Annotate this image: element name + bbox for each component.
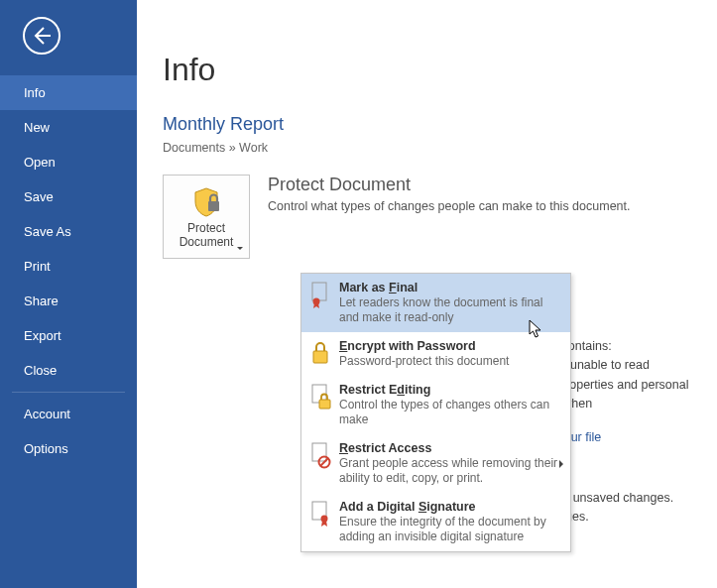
protect-description: Control what types of changes people can… xyxy=(268,199,717,213)
sidebar-item-label: Account xyxy=(24,407,70,421)
svg-rect-2 xyxy=(208,201,219,211)
page-ribbon-icon xyxy=(307,500,333,528)
sidebar-item-save[interactable]: Save xyxy=(0,179,137,214)
protect-button-label: Protect Document xyxy=(179,222,234,250)
sidebar-divider xyxy=(12,392,125,393)
shield-lock-icon xyxy=(190,186,222,218)
page-no-icon xyxy=(307,441,333,469)
sidebar-item-share[interactable]: Share xyxy=(0,284,137,318)
chevron-down-icon xyxy=(237,247,243,250)
sidebar-item-account[interactable]: Account xyxy=(0,397,137,431)
sidebar-item-label: New xyxy=(24,120,50,135)
sidebar-item-info[interactable]: Info xyxy=(0,75,137,110)
svg-rect-5 xyxy=(313,351,327,363)
sidebar-item-label: Save xyxy=(24,189,54,204)
sidebar-item-label: Info xyxy=(24,85,46,100)
menu-item-title: Add a Digital Signature xyxy=(339,500,562,514)
protect-heading: Protect Document xyxy=(268,175,717,195)
menu-item-restrict-editing[interactable]: Restrict EditingControl the types of cha… xyxy=(301,376,570,434)
sidebar-item-print[interactable]: Print xyxy=(0,249,137,284)
sidebar-item-options[interactable]: Options xyxy=(0,431,137,466)
menu-item-encrypt-with-password[interactable]: Encrypt with PasswordPassword-protect th… xyxy=(301,332,570,376)
menu-item-description: Ensure the integrity of the document by … xyxy=(339,515,562,544)
breadcrumb: Documents » Work xyxy=(163,141,717,155)
main-content: Info Monthly Report Documents » Work Pro… xyxy=(137,0,717,588)
sidebar-item-label: Print xyxy=(24,259,51,274)
sidebar-item-label: Share xyxy=(24,294,59,308)
sidebar: InfoNewOpenSaveSave AsPrintShareExportCl… xyxy=(0,0,137,588)
document-title: Monthly Report xyxy=(163,114,717,135)
sidebar-item-open[interactable]: Open xyxy=(0,145,137,179)
sidebar-item-export[interactable]: Export xyxy=(0,318,137,353)
menu-item-restrict-access[interactable]: Restrict AccessGrant people access while… xyxy=(301,434,570,493)
back-button[interactable] xyxy=(22,16,61,56)
page-lock-icon xyxy=(307,383,333,411)
menu-item-description: Control the types of changes others can … xyxy=(339,398,562,427)
sidebar-item-label: Open xyxy=(24,155,56,170)
sidebar-item-label: Export xyxy=(24,328,61,343)
protect-document-menu: Mark as FinalLet readers know the docume… xyxy=(300,273,571,552)
menu-item-add-a-digital-signature[interactable]: Add a Digital SignatureEnsure the integr… xyxy=(301,493,570,551)
sidebar-item-new[interactable]: New xyxy=(0,110,137,145)
menu-item-title: Mark as Final xyxy=(339,281,562,294)
sidebar-item-label: Close xyxy=(24,363,57,378)
protect-document-button[interactable]: Protect Document xyxy=(163,175,250,259)
page-title: Info xyxy=(163,52,717,88)
sidebar-item-close[interactable]: Close xyxy=(0,353,137,388)
svg-rect-7 xyxy=(319,400,330,409)
menu-item-description: Grant people access while removing their… xyxy=(339,456,562,486)
menu-item-description: Let readers know the document is final a… xyxy=(339,295,562,325)
menu-item-mark-as-final[interactable]: Mark as FinalLet readers know the docume… xyxy=(301,274,570,332)
svg-line-10 xyxy=(320,458,328,466)
svg-rect-3 xyxy=(312,283,326,300)
backstage-view: InfoNewOpenSaveSave AsPrintShareExportCl… xyxy=(0,0,717,588)
menu-item-description: Password-protect this document xyxy=(339,354,562,369)
sidebar-item-label: Options xyxy=(24,441,68,456)
lock-icon xyxy=(307,339,333,367)
menu-item-title: Restrict Access xyxy=(339,441,562,455)
sidebar-item-save-as[interactable]: Save As xyxy=(0,214,137,249)
ribbon-icon xyxy=(307,281,333,308)
menu-item-title: Encrypt with Password xyxy=(339,339,562,353)
back-arrow-icon xyxy=(22,16,61,56)
sidebar-item-label: Save As xyxy=(24,224,71,239)
menu-item-title: Restrict Editing xyxy=(339,383,562,397)
